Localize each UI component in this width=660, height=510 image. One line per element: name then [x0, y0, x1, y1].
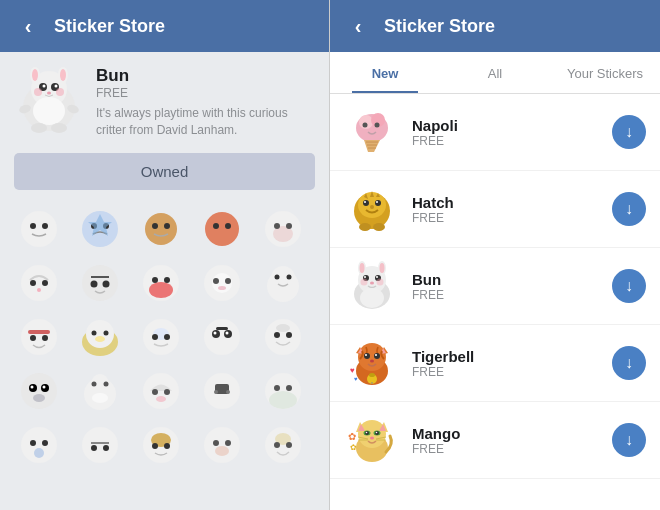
download-button-tigerbell[interactable]: ↓ — [612, 346, 646, 380]
svg-point-109 — [103, 445, 109, 451]
svg-point-153 — [370, 282, 374, 285]
sticker-row-info-tigerbell: Tigerbell FREE — [412, 348, 600, 379]
download-button-mango[interactable]: ↓ — [612, 423, 646, 457]
download-button-napoli[interactable]: ↓ — [612, 115, 646, 149]
tab-your-stickers[interactable]: Your Stickers — [550, 52, 660, 93]
svg-point-73 — [226, 331, 229, 334]
sticker-row-hatch[interactable]: Hatch FREE ↓ — [330, 171, 660, 248]
grid-sticker-1[interactable] — [14, 204, 64, 254]
grid-sticker-16[interactable] — [14, 366, 64, 416]
sticker-row-bun[interactable]: Bun FREE ↓ — [330, 248, 660, 325]
sticker-row-name-hatch: Hatch — [412, 194, 600, 211]
grid-sticker-12[interactable] — [75, 312, 125, 362]
grid-sticker-8[interactable] — [136, 258, 186, 308]
svg-point-35 — [21, 265, 57, 301]
grid-sticker-17[interactable] — [75, 366, 125, 416]
svg-point-26 — [152, 223, 158, 229]
svg-point-152 — [376, 276, 378, 278]
svg-point-99 — [269, 391, 297, 409]
svg-point-91 — [152, 389, 158, 395]
svg-point-78 — [276, 324, 290, 332]
svg-point-171 — [369, 373, 375, 377]
svg-point-134 — [375, 200, 381, 206]
tigerbell-svg: ♥ ♥ — [346, 337, 398, 389]
grid-sticker-3[interactable] — [136, 204, 186, 254]
sticker-row-mango[interactable]: ✿ ✿ Mango FREE ↓ — [330, 402, 660, 479]
grid-sticker-22[interactable] — [75, 420, 125, 470]
sticker-info: Bun FREE It's always playtime with this … — [14, 66, 315, 139]
svg-point-174 — [358, 420, 386, 448]
svg-point-5 — [60, 69, 66, 81]
grid-sticker-19[interactable] — [197, 366, 247, 416]
left-back-icon: ‹ — [25, 16, 32, 36]
grid-sticker-9[interactable] — [197, 258, 247, 308]
svg-point-105 — [34, 448, 44, 458]
grid-sticker-11[interactable] — [14, 312, 64, 362]
sticker-row-info-mango: Mango FREE — [412, 425, 600, 456]
download-icon-hatch: ↓ — [625, 201, 633, 217]
owned-button[interactable]: Owned — [14, 153, 315, 190]
grid-sticker-18[interactable] — [136, 366, 186, 416]
download-icon-bun: ↓ — [625, 278, 633, 294]
mango-svg: ✿ ✿ — [346, 414, 398, 466]
svg-point-165 — [365, 354, 367, 356]
grid-sticker-25[interactable] — [258, 420, 308, 470]
left-back-button[interactable]: ‹ — [14, 12, 42, 40]
svg-point-125 — [363, 123, 368, 128]
download-icon-tigerbell: ↓ — [625, 355, 633, 371]
svg-point-141 — [359, 223, 371, 231]
sticker-row-info-hatch: Hatch FREE — [412, 194, 600, 225]
svg-point-3 — [32, 69, 38, 81]
tab-new[interactable]: New — [330, 52, 440, 93]
sticker-row-tigerbell[interactable]: ♥ ♥ Tigerbell FREE ↓ — [330, 325, 660, 402]
grid-sticker-20[interactable] — [258, 366, 308, 416]
sticker-details: Bun FREE It's always playtime with this … — [96, 66, 315, 139]
svg-point-37 — [42, 280, 48, 286]
sticker-list: Napoli FREE ↓ — [330, 94, 660, 510]
grid-sticker-4[interactable] — [197, 204, 247, 254]
sticker-thumb-bun — [344, 258, 400, 314]
grid-sticker-13[interactable] — [136, 312, 186, 362]
svg-point-101 — [286, 385, 292, 391]
svg-point-89 — [92, 393, 108, 403]
grid-sticker-15[interactable] — [258, 312, 308, 362]
svg-point-76 — [274, 332, 280, 338]
svg-point-63 — [104, 330, 109, 335]
svg-point-59 — [42, 335, 48, 341]
svg-point-45 — [152, 277, 158, 283]
grid-sticker-24[interactable] — [197, 420, 247, 470]
svg-point-55 — [287, 274, 292, 279]
right-back-button[interactable]: ‹ — [344, 12, 372, 40]
grid-sticker-10[interactable] — [258, 258, 308, 308]
svg-text:✿: ✿ — [348, 431, 356, 442]
right-panel: ‹ Sticker Store New All Your Stickers — [330, 0, 660, 510]
svg-point-113 — [164, 443, 170, 449]
grid-sticker-21[interactable] — [14, 420, 64, 470]
download-button-hatch[interactable]: ↓ — [612, 192, 646, 226]
svg-point-106 — [82, 427, 118, 463]
bun-row-svg — [346, 260, 398, 312]
svg-point-108 — [91, 445, 97, 451]
svg-point-20 — [42, 223, 48, 229]
svg-point-104 — [42, 440, 48, 446]
grid-sticker-5[interactable] — [258, 204, 308, 254]
svg-text:✿: ✿ — [350, 443, 357, 452]
right-back-icon: ‹ — [355, 16, 362, 36]
svg-point-116 — [225, 440, 231, 446]
sticker-row-price-tigerbell: FREE — [412, 365, 600, 379]
sticker-row-info-bun: Bun FREE — [412, 271, 600, 302]
svg-point-167 — [370, 360, 374, 363]
svg-point-120 — [274, 442, 280, 448]
grid-sticker-14[interactable] — [197, 312, 247, 362]
grid-sticker-2[interactable] — [75, 204, 125, 254]
svg-point-67 — [152, 334, 158, 340]
svg-point-9 — [55, 85, 58, 88]
grid-sticker-7[interactable] — [75, 258, 125, 308]
tab-all[interactable]: All — [440, 52, 550, 93]
download-button-bun[interactable]: ↓ — [612, 269, 646, 303]
sticker-row-price-mango: FREE — [412, 442, 600, 456]
grid-sticker-6[interactable] — [14, 258, 64, 308]
grid-sticker-23[interactable] — [136, 420, 186, 470]
svg-point-88 — [104, 381, 109, 386]
sticker-row-napoli[interactable]: Napoli FREE ↓ — [330, 94, 660, 171]
